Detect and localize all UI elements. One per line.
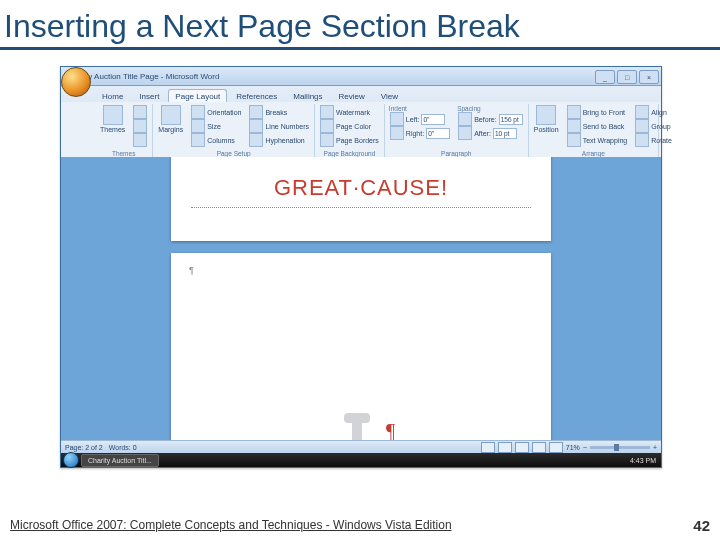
rotate-button[interactable]: Rotate — [634, 133, 673, 147]
slide-number: 42 — [693, 517, 710, 534]
line-numbers-button[interactable]: Line Numbers — [248, 119, 310, 133]
indent-left-icon — [390, 112, 404, 126]
office-button[interactable] — [61, 67, 91, 97]
size-button[interactable]: Size — [190, 119, 242, 133]
zoom-out[interactable]: − — [583, 444, 587, 451]
tab-home[interactable]: Home — [95, 89, 130, 102]
document-headline: GREAT·CAUSE! — [189, 175, 533, 201]
status-page: Page: 2 of 2 — [65, 444, 103, 451]
group-themes: Themes Themes — [95, 104, 153, 158]
tab-view[interactable]: View — [374, 89, 405, 102]
themes-icon — [103, 105, 123, 125]
view-web-layout[interactable] — [515, 442, 529, 453]
view-draft[interactable] — [549, 442, 563, 453]
text-wrap-button[interactable]: Text Wrapping — [566, 133, 629, 147]
margins-button[interactable]: Margins — [157, 105, 184, 149]
indent-header: Indent — [389, 105, 451, 112]
minimize-button[interactable]: _ — [595, 70, 615, 84]
ribbon-body: Themes Themes Margins Orientation — [61, 102, 661, 158]
window-titlebar: Charity Auction Title Page - Microsoft W… — [61, 67, 661, 86]
colors-icon — [133, 105, 147, 119]
page-borders-button[interactable]: Page Borders — [319, 133, 380, 147]
watermark-icon — [320, 105, 334, 119]
indent-right-icon — [390, 126, 404, 140]
section-break-line — [191, 207, 531, 208]
taskbar-item[interactable]: Charity Auction Titl... — [81, 454, 159, 467]
start-button[interactable] — [63, 452, 79, 468]
paragraph-mark: ¶ — [189, 265, 194, 275]
document-area[interactable]: GREAT·CAUSE! ¶ ¶ — [61, 157, 661, 443]
close-button[interactable]: × — [639, 70, 659, 84]
spacing-after[interactable]: After: 10 pt — [457, 126, 524, 140]
tab-review[interactable]: Review — [332, 89, 372, 102]
spacing-header: Spacing — [457, 105, 524, 112]
zoom-in[interactable]: + — [653, 444, 657, 451]
rotate-icon — [635, 133, 649, 147]
svg-rect-1 — [344, 413, 370, 423]
tab-mailings[interactable]: Mailings — [286, 89, 329, 102]
group-page-background: Watermark Page Color Page Borders Page B… — [315, 104, 385, 158]
effects-button[interactable] — [132, 133, 148, 147]
gavel-watermark — [326, 411, 386, 443]
page-1[interactable]: GREAT·CAUSE! — [171, 157, 551, 241]
columns-icon — [191, 133, 205, 147]
system-tray[interactable]: 4:43 PM — [630, 457, 659, 464]
align-icon — [635, 105, 649, 119]
watermark-button[interactable]: Watermark — [319, 105, 380, 119]
page-color-button[interactable]: Page Color — [319, 119, 380, 133]
indent-left[interactable]: Left: 0" — [389, 112, 451, 126]
view-full-screen[interactable] — [498, 442, 512, 453]
size-icon — [191, 119, 205, 133]
zoom-slider[interactable] — [590, 446, 650, 449]
spacing-before-icon — [458, 112, 472, 126]
word-screenshot: Charity Auction Title Page - Microsoft W… — [60, 66, 662, 468]
themes-button[interactable]: Themes — [99, 105, 126, 149]
zoom-percent[interactable]: 71% — [566, 444, 580, 451]
status-words: Words: 0 — [109, 444, 137, 451]
orientation-button[interactable]: Orientation — [190, 105, 242, 119]
hyphenation-icon — [249, 133, 263, 147]
group-icon — [635, 119, 649, 133]
slide-footer: Microsoft Office 2007: Complete Concepts… — [0, 510, 720, 540]
breaks-button[interactable]: Breaks — [248, 105, 310, 119]
footer-caption: Microsoft Office 2007: Complete Concepts… — [10, 518, 452, 532]
margins-icon — [161, 105, 181, 125]
hyphenation-button[interactable]: Hyphenation — [248, 133, 310, 147]
send-back-icon — [567, 119, 581, 133]
orientation-icon — [191, 105, 205, 119]
spacing-before[interactable]: Before: 156 pt — [457, 112, 524, 126]
indent-right[interactable]: Right: 0" — [389, 126, 451, 140]
tab-references[interactable]: References — [229, 89, 284, 102]
position-button[interactable]: Position — [533, 105, 560, 149]
page-borders-icon — [320, 133, 334, 147]
ribbon-tabs: Home Insert Page Layout References Maili… — [61, 86, 661, 102]
align-button[interactable]: Align — [634, 105, 673, 119]
line-numbers-icon — [249, 119, 263, 133]
position-icon — [536, 105, 556, 125]
group-arrange: Position Bring to Front Send to Back Tex… — [529, 104, 659, 158]
page-2[interactable]: ¶ ¶ — [171, 253, 551, 443]
columns-button[interactable]: Columns — [190, 133, 242, 147]
group-paragraph: Indent Left: 0" Right: 0" Spacing Before… — [385, 104, 529, 158]
group-button[interactable]: Group — [634, 119, 673, 133]
send-back-button[interactable]: Send to Back — [566, 119, 629, 133]
text-wrap-icon — [567, 133, 581, 147]
tab-insert[interactable]: Insert — [132, 89, 166, 102]
view-outline[interactable] — [532, 442, 546, 453]
view-print-layout[interactable] — [481, 442, 495, 453]
ribbon: Home Insert Page Layout References Maili… — [61, 86, 661, 159]
slide-title: Inserting a Next Page Section Break — [0, 0, 720, 47]
title-underline — [0, 47, 720, 50]
breaks-icon — [249, 105, 263, 119]
fonts-button[interactable] — [132, 119, 148, 133]
taskbar: Charity Auction Titl... 4:43 PM — [61, 453, 661, 467]
group-page-setup: Margins Orientation Size Columns Breaks … — [153, 104, 315, 158]
fonts-icon — [133, 119, 147, 133]
maximize-button[interactable]: □ — [617, 70, 637, 84]
page-color-icon — [320, 119, 334, 133]
zoom-thumb[interactable] — [614, 444, 619, 451]
tab-page-layout[interactable]: Page Layout — [168, 89, 227, 102]
colors-button[interactable] — [132, 105, 148, 119]
status-bar: Page: 2 of 2 Words: 0 71% − + — [61, 440, 661, 453]
bring-front-button[interactable]: Bring to Front — [566, 105, 629, 119]
